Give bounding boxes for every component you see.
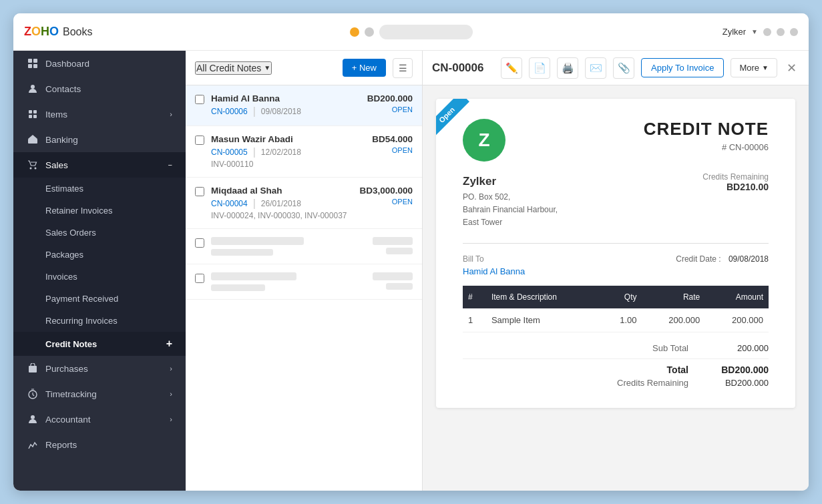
list-item-checkbox-1[interactable] bbox=[195, 136, 204, 145]
list-item-separator-1: | bbox=[253, 146, 256, 158]
credit-date-section: Credit Date : 09/08/2018 bbox=[676, 254, 769, 264]
sidebar-sub-retainer-invoices[interactable]: Retainer Invoices bbox=[13, 200, 186, 222]
col-qty: Qty bbox=[600, 286, 642, 308]
credits-remaining-footer-value: BD200.000 bbox=[715, 378, 769, 388]
sidebar-item-banking[interactable]: Banking bbox=[13, 127, 186, 152]
sales-submenu: Estimates Retainer Invoices Sales Orders… bbox=[13, 178, 186, 356]
skeleton-line-2b bbox=[211, 284, 265, 291]
attach-button[interactable]: 📎 bbox=[613, 57, 634, 79]
new-button[interactable]: + New bbox=[343, 59, 386, 77]
attach-icon: 📎 bbox=[618, 62, 630, 74]
skeleton-checkbox-1[interactable] bbox=[195, 238, 204, 248]
cell-num-0: 1 bbox=[463, 308, 486, 332]
sidebar-item-reports[interactable]: Reports bbox=[13, 432, 186, 457]
filter-label: All Credit Notes bbox=[196, 63, 261, 73]
list-item-status-0: OPEN bbox=[392, 105, 413, 113]
cell-amount-0: 200.000 bbox=[705, 308, 769, 332]
skeleton-checkbox-2[interactable] bbox=[195, 274, 204, 283]
svg-rect-9 bbox=[28, 139, 37, 144]
company-info: Zylker PO. Box 502, Bahrain Financial Ha… bbox=[463, 175, 558, 230]
print-button[interactable]: 🖨️ bbox=[557, 57, 578, 79]
close-button[interactable]: ✕ bbox=[784, 58, 799, 78]
more-button[interactable]: More ▼ bbox=[731, 58, 777, 77]
print-icon: 🖨️ bbox=[562, 62, 574, 74]
list-item-separator-2: | bbox=[253, 198, 256, 210]
list-item-1[interactable]: Masun Wazir Abadi CN-00005 | 12/02/2018 … bbox=[186, 126, 422, 178]
total-label: Total bbox=[595, 364, 688, 375]
list-item-checkbox-0[interactable] bbox=[195, 95, 204, 104]
reports-icon bbox=[27, 439, 39, 451]
list-item-2[interactable]: Miqdaad al Shah CN-00004 | 26/01/2018 IN… bbox=[186, 178, 422, 229]
list-item-status-2: OPEN bbox=[392, 198, 413, 206]
list-item-content-1: Masun Wazir Abadi CN-00005 | 12/02/2018 … bbox=[211, 134, 365, 169]
sidebar-item-purchases[interactable]: Purchases › bbox=[13, 356, 186, 381]
sidebar-item-items[interactable]: Items › bbox=[13, 101, 186, 127]
list-menu-button[interactable]: ☰ bbox=[393, 58, 413, 78]
skeleton-right-2 bbox=[373, 272, 413, 290]
svg-point-15 bbox=[31, 415, 35, 419]
sidebar-sub-invoices[interactable]: Invoices bbox=[13, 266, 186, 288]
main-layout: Dashboard Contacts Items › Banking bbox=[13, 51, 809, 491]
accountant-icon bbox=[27, 413, 39, 425]
sidebar-item-dashboard[interactable]: Dashboard bbox=[13, 51, 186, 76]
card-divider-1 bbox=[463, 243, 769, 244]
sidebar: Dashboard Contacts Items › Banking bbox=[13, 51, 186, 491]
top-bar-search[interactable] bbox=[379, 25, 473, 39]
sidebar-item-sales[interactable]: Sales − bbox=[13, 152, 186, 178]
purchases-arrow: › bbox=[170, 364, 172, 372]
credit-notes-add[interactable]: + bbox=[166, 338, 172, 350]
list-item-name-0: Hamid Al Banna bbox=[211, 93, 361, 103]
sidebar-item-timetracking[interactable]: Timetracking › bbox=[13, 381, 186, 407]
sidebar-sub-estimates[interactable]: Estimates bbox=[13, 178, 186, 200]
detail-header: CN-00006 ✏️ 📄 🖨️ ✉️ 📎 Apply To Invoice bbox=[423, 51, 809, 85]
user-dropdown-icon[interactable]: ▼ bbox=[751, 28, 758, 35]
list-item-date-1: 12/02/2018 bbox=[261, 148, 301, 157]
svg-rect-13 bbox=[29, 366, 37, 372]
list-item-name-2: Miqdaad al Shah bbox=[211, 186, 353, 196]
list-item-content-2: Miqdaad al Shah CN-00004 | 26/01/2018 IN… bbox=[211, 186, 353, 220]
credits-remaining-footer-label: Credits Remaining bbox=[595, 378, 688, 388]
purchases-icon bbox=[27, 362, 39, 374]
banking-icon bbox=[27, 134, 39, 146]
open-ribbon-label: Open bbox=[436, 99, 469, 138]
skeleton-line-1b bbox=[211, 249, 273, 256]
skeleton-line-2a bbox=[211, 272, 296, 280]
list-item-0[interactable]: Hamid Al Banna CN-00006 | 09/08/2018 BD2… bbox=[186, 85, 422, 126]
bill-to-label: Bill To bbox=[463, 254, 525, 264]
apply-to-invoice-button[interactable]: Apply To Invoice bbox=[641, 58, 724, 77]
detail-id: CN-00006 bbox=[432, 61, 484, 75]
filter-dropdown-button[interactable]: All Credit Notes ▼ bbox=[195, 61, 272, 75]
user-name[interactable]: Zylker bbox=[723, 27, 746, 37]
list-panel: All Credit Notes ▼ + New ☰ Hamid Al Bann… bbox=[186, 51, 423, 491]
list-items: Hamid Al Banna CN-00006 | 09/08/2018 BD2… bbox=[186, 85, 422, 491]
sidebar-sub-packages[interactable]: Packages bbox=[13, 244, 186, 266]
top-bar-right: Zylker ▼ bbox=[723, 27, 798, 37]
edit-button[interactable]: ✏️ bbox=[501, 57, 522, 79]
sidebar-item-accountant[interactable]: Accountant › bbox=[13, 407, 186, 432]
new-button-label: + New bbox=[352, 63, 377, 73]
sidebar-sub-credit-notes[interactable]: Credit Notes + bbox=[13, 332, 186, 356]
email-button[interactable]: ✉️ bbox=[585, 57, 606, 79]
cell-rate-0: 200.000 bbox=[642, 308, 706, 332]
email-icon: ✉️ bbox=[590, 62, 602, 74]
list-item-content-0: Hamid Al Banna CN-00006 | 09/08/2018 bbox=[211, 93, 361, 117]
bill-section: Bill To Hamid Al Banna Credit Date : 09/… bbox=[463, 254, 769, 276]
credits-remaining-value: BD210.00 bbox=[644, 182, 769, 192]
logo-books: Books bbox=[63, 26, 92, 38]
pdf-button[interactable]: 📄 bbox=[529, 57, 550, 79]
top-bar-center bbox=[350, 25, 473, 39]
company-address: PO. Box 502, Bahrain Financial Harbour, … bbox=[463, 191, 558, 230]
table-row-0: 1 Sample Item 1.00 200.000 200.000 bbox=[463, 308, 769, 332]
credit-date-value: 09/08/2018 bbox=[729, 254, 769, 264]
sidebar-sub-payment-received[interactable]: Payment Received bbox=[13, 288, 186, 310]
sidebar-label-accountant: Accountant bbox=[45, 415, 91, 425]
sidebar-sub-sales-orders[interactable]: Sales Orders bbox=[13, 222, 186, 244]
table-body: 1 Sample Item 1.00 200.000 200.000 bbox=[463, 308, 769, 332]
list-item-checkbox-2[interactable] bbox=[195, 187, 204, 196]
list-item-cn-2: CN-00004 bbox=[211, 199, 248, 208]
top-dot-1 bbox=[763, 28, 771, 36]
top-bar-pill bbox=[365, 27, 374, 37]
sidebar-sub-recurring-invoices[interactable]: Recurring Invoices bbox=[13, 310, 186, 332]
sidebar-item-contacts[interactable]: Contacts bbox=[13, 76, 186, 101]
list-header: All Credit Notes ▼ + New ☰ bbox=[186, 51, 422, 85]
